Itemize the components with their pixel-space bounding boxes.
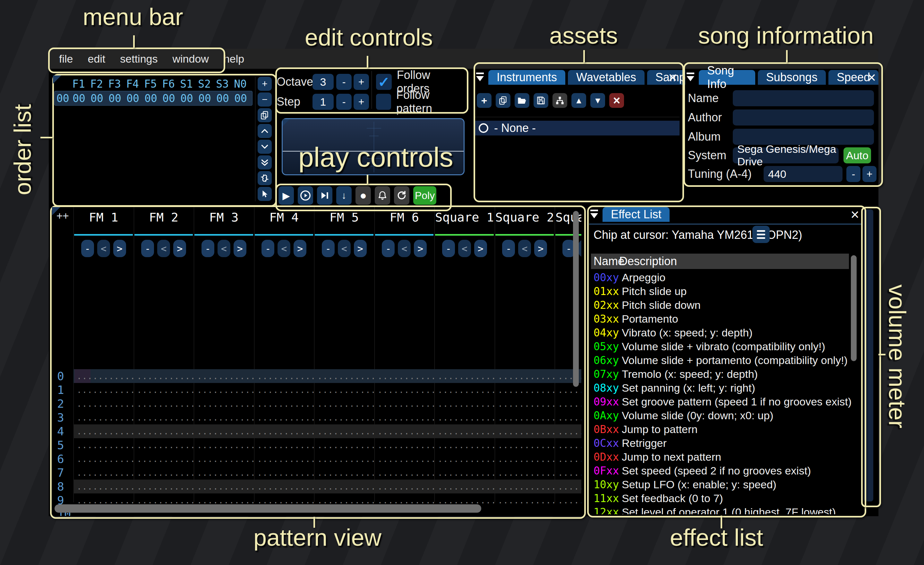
channel-collapse-button[interactable]: - (382, 240, 394, 257)
collapse-icon[interactable] (475, 70, 486, 85)
menu-item-file[interactable]: file (59, 53, 73, 65)
move-asset-up-button[interactable]: ▲ (572, 93, 586, 108)
add-asset-button[interactable]: + (477, 93, 492, 108)
pattern-cell[interactable]: ........... (555, 482, 581, 491)
effect-row[interactable]: 03xxPortamento (591, 312, 860, 326)
pattern-cell[interactable]: ........... (374, 482, 435, 491)
pattern-cell[interactable]: ........... (134, 482, 194, 491)
channel-collapse-button[interactable]: - (442, 240, 455, 257)
pattern-cell[interactable]: ........... (314, 399, 374, 409)
pattern-cell[interactable]: ........... (555, 427, 581, 436)
channel-collapse-button[interactable]: - (261, 240, 274, 257)
pattern-cell[interactable]: ........... (134, 468, 194, 478)
pattern-cell[interactable]: ........... (254, 371, 314, 381)
clone-asset-button[interactable] (496, 93, 510, 108)
author-field[interactable] (733, 110, 874, 126)
pattern-cell[interactable]: ........... (74, 399, 134, 409)
pattern-cell[interactable]: ........... (194, 468, 254, 478)
tab-wavetables[interactable]: Wavetables (568, 70, 645, 85)
move-order-down-button[interactable] (258, 140, 272, 154)
pattern-cell[interactable]: ........... (434, 496, 495, 505)
pattern-cell[interactable]: ........... (374, 468, 435, 478)
pattern-cell[interactable]: ........... (555, 385, 581, 395)
pattern-cell[interactable]: ........... (74, 385, 134, 395)
order-cell[interactable]: 00 (88, 92, 106, 105)
pattern-cell[interactable]: ........... (194, 371, 254, 381)
repeat-pattern-button[interactable] (394, 186, 410, 205)
pattern-cell[interactable]: ........... (434, 413, 495, 422)
pattern-cell[interactable]: ........... (134, 413, 194, 422)
pattern-cell[interactable]: ........... (555, 468, 581, 478)
menu-item-help[interactable]: help (224, 53, 244, 65)
pattern-cell[interactable]: ........... (254, 399, 314, 409)
pattern-cell[interactable]: ........... (194, 496, 254, 505)
pattern-cell[interactable]: ........... (194, 427, 254, 436)
channel-next-button[interactable]: > (234, 240, 246, 257)
pattern-cell[interactable]: ........... (194, 385, 254, 395)
pattern-cell[interactable]: ........... (495, 482, 555, 491)
pattern-row[interactable]: 7.......................................… (52, 466, 581, 479)
order-cell[interactable]: 00 (124, 92, 142, 105)
pattern-cell[interactable]: ........... (374, 385, 435, 395)
pattern-rows[interactable]: 0.......................................… (52, 369, 581, 516)
step-increase-button[interactable]: + (354, 94, 369, 110)
save-asset-button[interactable] (534, 93, 548, 108)
close-icon[interactable]: × (867, 70, 876, 85)
duplicate-to-end-button[interactable] (258, 155, 272, 170)
pattern-cell[interactable]: ........... (495, 385, 555, 395)
pattern-cell[interactable]: ........... (314, 427, 374, 436)
open-asset-button[interactable] (514, 93, 530, 108)
pattern-cell[interactable]: ........... (555, 496, 581, 505)
auto-system-button[interactable]: Auto (843, 147, 871, 164)
collapse-icon[interactable] (685, 70, 696, 85)
effect-list-scrollbar[interactable] (851, 255, 856, 361)
pattern-cell[interactable]: ........... (194, 413, 254, 422)
pattern-cell[interactable]: ........... (555, 454, 581, 464)
order-row[interactable]: 0000000000000000000000 (54, 91, 252, 106)
move-asset-down-button[interactable]: ▼ (590, 93, 605, 108)
instrument-list-item[interactable]: - None - (475, 121, 680, 135)
pattern-cell[interactable]: ........... (314, 482, 374, 491)
octave-increase-button[interactable]: + (354, 74, 369, 90)
octave-decrease-button[interactable]: - (336, 74, 352, 90)
pattern-cell[interactable]: ........... (134, 440, 194, 450)
effect-row[interactable]: 12xxSet level of operator 1 (0 highest, … (591, 505, 860, 514)
pattern-cell[interactable]: ........... (374, 399, 435, 409)
pattern-cell[interactable]: ........... (314, 468, 374, 478)
effect-table-header[interactable]: Name Description (591, 254, 849, 269)
pattern-cell[interactable]: ........... (374, 496, 435, 505)
pattern-cell[interactable]: ........... (254, 468, 314, 478)
channel-prev-button[interactable]: < (97, 240, 110, 257)
channel-next-button[interactable]: > (354, 240, 367, 257)
deep-clone-button[interactable] (258, 171, 272, 185)
metronome-button[interactable] (375, 186, 390, 205)
pattern-cell[interactable]: ........... (134, 496, 194, 505)
pattern-cell[interactable]: ........... (314, 454, 374, 464)
order-cell[interactable]: 00 (178, 92, 196, 105)
channel-next-button[interactable]: > (474, 240, 487, 257)
pattern-row[interactable]: 2.......................................… (52, 397, 581, 410)
order-cell[interactable]: 00 (214, 92, 232, 105)
pattern-cell[interactable]: ........... (434, 427, 495, 436)
pattern-horizontal-scrollbar[interactable] (54, 504, 481, 513)
play-one-row-button[interactable] (317, 186, 332, 205)
pattern-cell[interactable]: ........... (374, 371, 435, 381)
effect-row[interactable]: 0CxxRetrigger (591, 436, 860, 450)
close-icon[interactable]: × (850, 207, 859, 222)
tuning-increase-button[interactable]: + (862, 166, 876, 182)
channel-next-button[interactable]: > (173, 240, 186, 257)
channel-collapse-button[interactable]: - (502, 240, 515, 257)
channel-collapse-button[interactable]: - (81, 240, 94, 257)
pattern-cell[interactable]: ........... (434, 440, 495, 450)
tuning-field[interactable]: 440 (764, 166, 843, 182)
effect-row[interactable]: 01xxPitch slide up (591, 284, 860, 298)
pattern-options-button[interactable]: ++ (57, 210, 69, 222)
pattern-cell[interactable]: ........... (74, 496, 134, 505)
effect-row[interactable]: 10xySetup LFO (x: enable; y: speed) (591, 478, 860, 491)
pattern-row[interactable]: 1.......................................… (52, 383, 581, 397)
pattern-cell[interactable]: ........... (254, 496, 314, 505)
channel-header-fm-3[interactable]: FM 3-<> (194, 207, 254, 258)
delete-asset-button[interactable]: × (609, 93, 624, 108)
follow-pattern-checkbox[interactable] (376, 94, 391, 110)
order-cell[interactable]: 00 (232, 92, 250, 105)
